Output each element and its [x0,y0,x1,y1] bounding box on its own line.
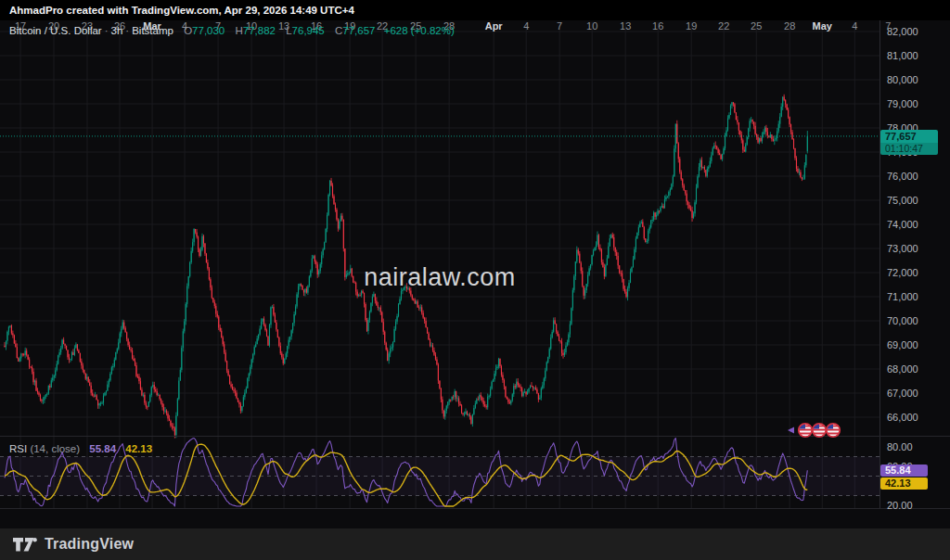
rsi-axis-label: 20.00 [887,500,913,511]
export-title-bar: AhmadPro created with TradingView.com, A… [0,0,950,20]
price-axis-label: 70,000 [887,315,918,326]
price-axis-label: 68,000 [887,363,918,375]
last-price-value: 77,657 [880,130,938,143]
time-axis-label: 28 [784,20,795,32]
watermark: nairalaw.com [0,263,879,292]
us-flag-event-icon[interactable] [798,423,813,437]
tradingview-logo-icon[interactable] [13,535,37,554]
price-axis-label: 74,000 [887,219,918,230]
high-value: 77,882 [243,25,276,36]
rsi-value: 55.84 [89,443,116,454]
price-axis-label: 79,000 [887,98,918,109]
time-axis-label: 4 [852,20,857,32]
price-axis-label: 73,000 [887,243,918,254]
time-axis-label: 7 [885,20,891,32]
rsi-value-badge: 55.84 [880,465,928,477]
time-axis-label: 16 [652,20,663,32]
rsi-axis-label: 80.00 [887,441,913,452]
symbol-name[interactable]: Bitcoin / U.S. Dollar [9,25,102,36]
time-axis-label: 19 [686,20,697,32]
price-axis-label: 67,000 [887,388,918,399]
price-axis-label: 69,000 [887,339,918,350]
rsi-legend[interactable]: RSI (14, close) 55.84 42.13 [9,443,152,454]
time-axis-label: May [813,20,832,32]
price-axis-label: 66,000 [887,412,918,423]
event-arrow-icon[interactable] [788,427,794,434]
us-flag-event-icon[interactable] [812,423,827,437]
time-axis-label: 10 [586,20,597,32]
close-value: 77,657 [342,25,375,36]
exchange-label[interactable]: Bitstamp [132,25,173,36]
time-axis-separator [0,508,950,509]
time-axis-label: 25 [751,20,762,32]
tradingview-brand-text[interactable]: TradingView [45,536,134,553]
change-value: +628 (+0.82%) [384,25,455,36]
price-axis-label: 71,000 [887,291,918,302]
us-flag-event-icon[interactable] [826,423,841,437]
rsi-ma-badge: 42.13 [880,477,928,490]
low-value: 76,945 [292,25,325,36]
rsi-title[interactable]: RSI [9,443,27,454]
rsi-ma-value: 42.13 [125,443,152,454]
last-price-badge: 77,657 01:10:47 [880,130,938,155]
time-axis-label: Apr [485,20,503,32]
open-label: O [184,25,192,36]
price-axis-label: 81,000 [887,50,918,61]
event-markers[interactable] [785,419,859,445]
time-axis-label: 13 [620,20,631,32]
symbol-legend[interactable]: Bitcoin / U.S. Dollar·3h·Bitstamp O77,03… [9,25,455,36]
bar-countdown: 01:10:47 [880,143,938,155]
export-title-text: AhmadPro created with TradingView.com, A… [9,5,354,16]
price-axis-label: 80,000 [887,74,918,85]
open-value: 77,030 [192,25,225,36]
interval-label[interactable]: 3h [111,25,123,36]
time-axis-label: 22 [718,20,729,32]
rsi-params: (14, close) [30,443,80,454]
price-axis-label: 75,000 [887,195,918,206]
time-axis-label: 4 [523,20,529,32]
price-axis-label: 72,000 [887,267,918,278]
price-axis-label: 82,000 [887,26,918,37]
footer-bar: TradingView [0,528,950,560]
chart-area[interactable]: Bitcoin / U.S. Dollar·3h·Bitstamp O77,03… [0,20,950,528]
price-axis-label: 76,000 [887,171,918,182]
time-axis-label: 7 [557,20,562,32]
high-label: H [235,25,242,36]
